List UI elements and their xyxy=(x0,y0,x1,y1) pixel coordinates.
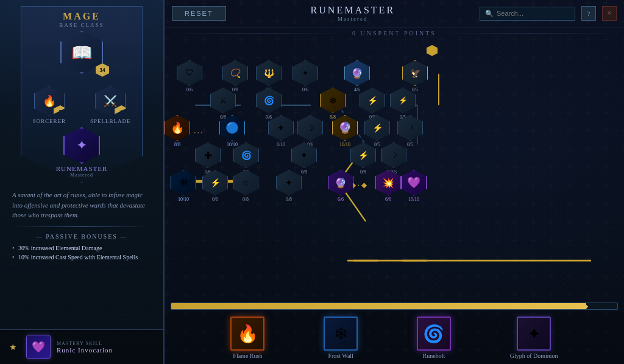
skill-node-r5-4[interactable]: ✦ 0/8 xyxy=(276,170,302,202)
spellblade-icon: ⚔️ 0 xyxy=(95,86,126,116)
skill-tree-area: 🛡 0/6 📿 0/8 🔱 0/6 ✦ 0/6 🔮 4/6 🦅 0/5 xyxy=(165,39,624,301)
skill-node-r5-6[interactable]: 💥 6/6 xyxy=(375,170,401,202)
progress-fill xyxy=(171,303,586,309)
node-progress-r5-7: 10/10 xyxy=(408,197,419,202)
bonus-1: 30% increased Elemental Damage xyxy=(12,245,151,251)
mastery-skill-emoji: 💜 xyxy=(32,340,45,354)
unspent-bar: 0 Unspent Points xyxy=(165,27,624,39)
node-icon-r5-1: ❄ xyxy=(171,170,196,195)
sub-class-sorcerer[interactable]: 🔥 7 Sorcerer xyxy=(32,86,66,124)
unspent-line-right xyxy=(439,33,622,33)
unspent-divider: 0 Unspent Points xyxy=(167,30,622,37)
node-icon-n1: 🛡 xyxy=(177,60,202,86)
skill-node-r5-3[interactable]: ☆ 0/8 xyxy=(233,170,258,202)
node-progress-r4-4: 0/8 xyxy=(360,169,366,175)
runebolt-label: Runebolt xyxy=(423,352,445,359)
node-icon-r3-3: ✦ xyxy=(268,115,294,141)
node-progress-r5-1: 10/10 xyxy=(178,197,189,202)
glyph-icon: ✦ xyxy=(517,317,551,351)
skill-node-r5-2[interactable]: ⚡ 0/6 xyxy=(202,170,228,202)
class-header-sub: Mastered xyxy=(232,16,473,22)
node-icon-r5-3: ☆ xyxy=(233,170,258,195)
passive-bonuses-title: — Passive Bonuses — xyxy=(12,233,151,240)
node-icon-r5-5: 🔮 xyxy=(328,170,353,195)
base-class-label: Base Class xyxy=(59,22,104,28)
star-icon: ★ xyxy=(9,342,17,352)
node-progress-r3-3: 0/10 xyxy=(277,142,285,147)
skill-node-r5-5[interactable]: 🔮 6/6 xyxy=(328,170,353,202)
node-icon-r5-6: 💥 xyxy=(375,170,401,195)
skill-node-n1[interactable]: 🛡 0/6 xyxy=(177,60,202,93)
node-icon-r5-2: ⚡ xyxy=(202,170,228,195)
skill-node-r3-3[interactable]: ✦ 0/10 xyxy=(268,115,294,147)
frost-wall-label: Frost Wall xyxy=(328,352,353,359)
node-icon-r2-4: ⚡ xyxy=(360,88,385,113)
help-button[interactable]: ? xyxy=(581,6,596,21)
glyph-label: Glyph of Dominion xyxy=(510,352,558,359)
skill-node-gold-top[interactable] xyxy=(427,45,438,56)
progress-track xyxy=(171,303,618,310)
mastery-name: Runemaster xyxy=(56,165,108,172)
mastery-skill-name: Runic Invocation xyxy=(57,346,113,354)
node-icon-r4-3: ✦ xyxy=(291,142,317,168)
unspent-line-left xyxy=(167,33,349,33)
mastery-class[interactable]: ✦ 72 Runemaster Mastered xyxy=(56,127,108,178)
node-icon-r4-2: 🌀 xyxy=(233,142,259,168)
flame-rush-label: Flame Rush xyxy=(233,352,262,359)
node-progress-r3-7: 0/5 xyxy=(407,142,413,147)
node-progress-r3-1: 8/8 xyxy=(174,142,180,147)
dots-connector: ··· xyxy=(194,128,204,138)
mastery-label: Mastered xyxy=(70,172,93,178)
search-box[interactable]: 🔍 xyxy=(480,7,575,21)
node-icon-r4-4: ⚡ xyxy=(350,142,376,168)
banner-area: Mage Base Class 📖 34 🔥 7 Sorcerer ⚔️ xyxy=(9,6,155,183)
search-input[interactable] xyxy=(497,10,570,17)
skill-node-r5-1[interactable]: ❄ 10/10 xyxy=(171,170,196,202)
node-icon-r2-2: 🌀 xyxy=(256,88,282,113)
node-icon-r3-5: 🔮 xyxy=(332,115,358,141)
frost-wall-icon: ❄ xyxy=(324,317,358,351)
class-name: Mage xyxy=(59,11,104,22)
node-progress-r5-5: 6/6 xyxy=(338,197,344,202)
main-class-emoji: 📖 xyxy=(71,43,93,63)
node-icon-n5: 🔮 xyxy=(344,60,370,86)
class-description: A savant of the art of runes, able to in… xyxy=(12,190,151,220)
bonus-2: 10% increased Cast Speed with Elemental … xyxy=(12,254,151,261)
top-bar: Reset Runemaster Mastered 🔍 ? × xyxy=(165,0,624,27)
mastery-skill-frost-wall[interactable]: ❄ Frost Wall xyxy=(324,317,358,359)
skill-node-r4-4[interactable]: ⚡ 0/8 xyxy=(350,142,376,175)
skill-nodes-container: 🛡 0/6 📿 0/8 🔱 0/6 ✦ 0/6 🔮 4/6 🦅 0/5 xyxy=(165,39,624,301)
node-progress-r5-6: 6/6 xyxy=(385,197,391,202)
node-icon-r2-3: ❄ xyxy=(320,88,346,113)
node-icon-r3-2: 🔵 xyxy=(219,115,245,141)
skill-node-r5-7[interactable]: 💜 10/10 xyxy=(401,170,427,202)
skill-node-r3-1[interactable]: 🔥 8/8 xyxy=(165,115,190,147)
node-icon-r3-1: 🔥 xyxy=(165,115,190,141)
spellblade-name: Spellblade xyxy=(90,118,131,124)
sorcerer-icon: 🔥 7 xyxy=(34,86,65,116)
node-icon-top-right: 🦅 xyxy=(402,60,428,86)
skill-node-n4[interactable]: ✦ 0/6 xyxy=(292,60,318,93)
mastery-skill-icon[interactable]: 💜 xyxy=(26,335,51,359)
node-icon-r4-1: ✚ xyxy=(195,142,221,168)
mastery-skill-glyph[interactable]: ✦ Glyph of Dominion xyxy=(510,317,558,359)
node-progress-r4-3: 0/8 xyxy=(301,169,307,175)
node-progress-r3-5: 10/10 xyxy=(339,142,350,147)
node-icon-n3: 🔱 xyxy=(256,60,282,86)
node-progress-r5-2: 0/6 xyxy=(212,197,218,202)
sorcerer-name: Sorcerer xyxy=(32,118,66,124)
class-header: Runemaster Mastered xyxy=(232,5,473,22)
mastery-skill-flame-rush[interactable]: 🔥 Flame Rush xyxy=(230,317,264,359)
close-button[interactable]: × xyxy=(602,6,617,21)
search-icon: 🔍 xyxy=(485,10,494,18)
main-class-hex[interactable]: 📖 34 xyxy=(57,31,106,74)
node-icon-r5-4: ✦ xyxy=(276,170,302,195)
sub-class-spellblade[interactable]: ⚔️ 0 Spellblade xyxy=(90,86,131,124)
node-progress-n4: 0/6 xyxy=(302,87,308,93)
class-header-name: Runemaster xyxy=(232,5,473,16)
reset-button[interactable]: Reset xyxy=(172,6,226,21)
mastery-skill-runebolt[interactable]: 🌀 Runebolt xyxy=(417,317,451,359)
mastery-skills-row: 🔥 Flame Rush ❄ Frost Wall 🌀 Runebolt ✦ G… xyxy=(165,312,624,364)
description-area: A savant of the art of runes, able to in… xyxy=(0,183,163,329)
node-icon-r5-7: 💜 xyxy=(401,170,427,195)
